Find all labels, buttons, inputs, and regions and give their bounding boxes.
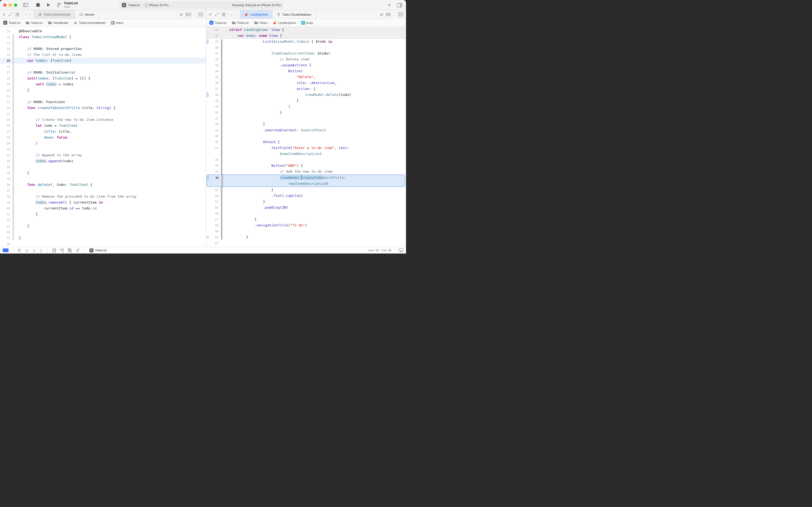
tab-TodoListViewModel[interactable]: TodoListViewModel <box>34 10 75 18</box>
zoom-window-button[interactable] <box>14 3 17 7</box>
code-line[interactable]: 46 <box>0 241 206 247</box>
forward-chevron-icon[interactable]: › <box>234 12 239 17</box>
line-number[interactable]: 59 <box>209 228 221 234</box>
line-number[interactable]: 61 <box>209 240 221 246</box>
fold-ribbon[interactable] <box>12 46 14 52</box>
line-number[interactable]: 42 <box>0 217 12 223</box>
stack-frames-icon[interactable] <box>52 248 56 252</box>
swap-editor-icon[interactable]: ⇄ <box>380 12 383 17</box>
fold-ribbon[interactable] <box>221 145 223 151</box>
tab-Assets[interactable]: Assets <box>75 10 99 18</box>
fold-ribbon[interactable] <box>221 80 223 86</box>
fold-ribbon[interactable] <box>12 34 14 40</box>
line-number[interactable]: 45 <box>0 235 12 241</box>
code-text[interactable]: // Append to the array <box>14 152 206 158</box>
code-line[interactable]: 44 .searchable(text: $searchText) <box>206 127 406 133</box>
fold-ribbon[interactable] <box>12 217 14 223</box>
line-number[interactable]: 31 <box>209 51 221 56</box>
line-number[interactable]: 51 <box>210 175 221 181</box>
code-line[interactable]: 13 // MARK: Stored properties <box>0 46 206 52</box>
fold-ribbon[interactable] <box>221 74 223 80</box>
fold-ribbon[interactable] <box>221 240 223 246</box>
fold-ribbon[interactable] <box>221 169 223 175</box>
debug-hierarchy-icon[interactable] <box>60 248 64 252</box>
code-line[interactable]: 56 <box>206 211 406 216</box>
fold-ribbon[interactable] <box>221 151 223 157</box>
code-text[interactable]: title: title, <box>14 129 206 134</box>
close-editor-icon[interactable]: ✕ <box>207 12 213 17</box>
code-line[interactable]: 38 viewModel.delete(todo) <box>206 92 406 98</box>
adjust-editor-icon[interactable] <box>386 13 391 16</box>
fold-ribbon[interactable] <box>12 123 14 129</box>
code-line[interactable]: 25 // Create the new to-do item instance <box>0 117 206 123</box>
code-text[interactable] <box>14 241 206 247</box>
fold-ribbon[interactable] <box>12 87 14 93</box>
fold-ribbon[interactable] <box>12 40 14 46</box>
fold-ribbon[interactable] <box>221 222 223 228</box>
fold-ribbon[interactable] <box>221 175 223 181</box>
code-line[interactable]: 39 } <box>206 98 406 104</box>
breadcrumb-item[interactable]: LandingView <box>273 21 296 24</box>
line-number[interactable]: 42 <box>209 115 221 121</box>
forward-chevron-icon[interactable]: › <box>28 12 33 17</box>
code-line[interactable]: 54 } <box>206 199 406 205</box>
fold-ribbon[interactable] <box>221 51 223 56</box>
code-line[interactable]: 53 .font(.caption) <box>206 193 406 199</box>
code-line[interactable]: 31 ItemView(currentItem: $todo) <box>206 51 406 56</box>
add-editor-icon[interactable] <box>398 12 403 16</box>
fold-ribbon[interactable] <box>221 62 223 68</box>
code-text[interactable]: let todo = TodoItem( <box>14 123 206 129</box>
code-line[interactable]: 41 } <box>0 211 206 217</box>
code-text[interactable]: viewModel.createToDo(withTitle: <box>223 175 405 181</box>
code-line[interactable]: 51 viewModel.createToDo(withTitle: <box>207 175 405 181</box>
swap-editor-icon[interactable]: ⇄ <box>179 12 183 17</box>
fold-ribbon[interactable] <box>221 56 223 62</box>
code-line[interactable]: 61 <box>206 240 406 246</box>
code-text[interactable]: } <box>14 211 206 217</box>
code-line[interactable]: 40 currentItem.id == todo.id <box>0 206 206 211</box>
code-line[interactable]: 29 List($viewModel.todos) { $todo in <box>206 39 406 45</box>
line-number[interactable]: 60 <box>209 234 221 240</box>
line-number[interactable]: 34 <box>209 68 221 74</box>
fold-ribbon[interactable] <box>221 68 223 74</box>
code-text[interactable]: newItemDescription) <box>223 181 405 187</box>
code-line[interactable]: 37 action: { <box>206 86 406 92</box>
code-text[interactable]: ) <box>223 104 406 110</box>
code-line[interactable]: 37 <box>0 188 206 193</box>
code-text[interactable] <box>14 146 206 152</box>
line-number[interactable]: 29 <box>0 140 12 146</box>
back-chevron-icon[interactable]: ‹ <box>230 12 234 17</box>
simulate-location-icon[interactable] <box>75 248 79 252</box>
inspector-toggle-icon[interactable] <box>397 3 402 7</box>
code-line[interactable]: 35 <box>0 176 206 182</box>
fold-ribbon[interactable] <box>12 111 14 117</box>
breakpoints-toggle-button[interactable] <box>3 248 9 252</box>
code-text[interactable]: .navigationTitle("To do") <box>223 222 406 228</box>
line-number[interactable]: 12 <box>0 40 12 46</box>
code-text[interactable]: // Remove the provided to-do item from t… <box>14 193 206 200</box>
fold-ribbon[interactable] <box>221 127 223 133</box>
fold-ribbon[interactable] <box>12 69 14 75</box>
code-line[interactable]: 17 // MARK: Initializer(s) <box>0 69 206 75</box>
code-line[interactable]: 24 <box>0 111 206 117</box>
fold-ribbon[interactable] <box>12 188 14 193</box>
code-line[interactable]: 46 HStack { <box>206 139 406 145</box>
code-line[interactable]: 49 Button("ADD") { <box>206 163 406 169</box>
fold-ribbon[interactable] <box>12 170 14 176</box>
code-text[interactable]: List($viewModel.todos) { $todo in <box>223 39 406 45</box>
line-number[interactable]: 31 <box>0 152 12 158</box>
line-number[interactable]: 10 <box>209 27 221 33</box>
fold-ribbon[interactable] <box>221 104 223 110</box>
code-text[interactable]: func createToDo(withTitle title: String)… <box>14 105 206 111</box>
environment-overrides-icon[interactable] <box>68 248 72 252</box>
run-button[interactable] <box>47 3 51 7</box>
line-number[interactable]: 54 <box>209 199 221 205</box>
line-number[interactable]: 41 <box>209 110 221 115</box>
code-line[interactable]: 30 <box>0 146 206 152</box>
code-text[interactable]: // MARK: Initializer(s) <box>14 69 206 75</box>
line-number[interactable]: 34 <box>0 170 12 176</box>
close-window-button[interactable] <box>3 3 6 7</box>
code-text[interactable]: } <box>223 234 406 240</box>
line-number[interactable]: 25 <box>0 117 12 123</box>
line-number[interactable]: 49 <box>209 163 221 169</box>
